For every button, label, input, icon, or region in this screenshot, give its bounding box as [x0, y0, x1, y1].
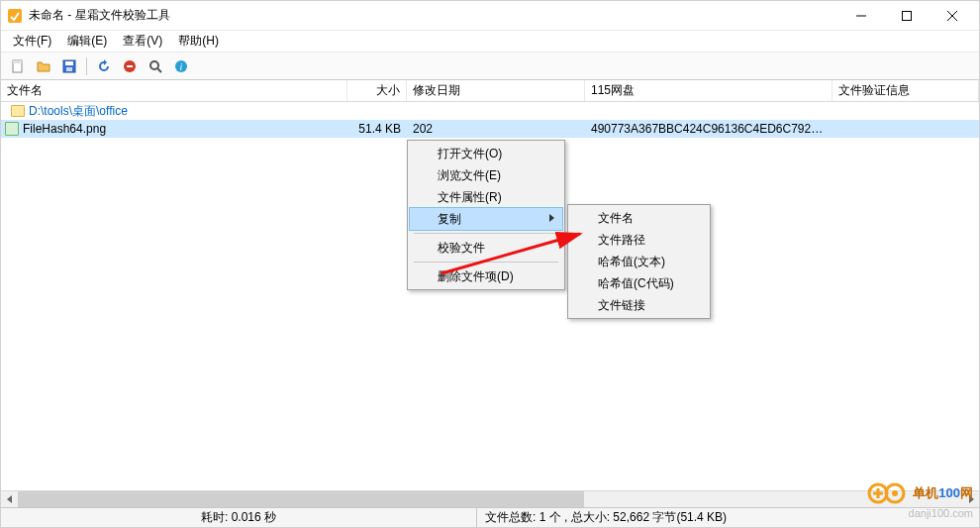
file-115-cell: 490773A367BBC424C96136C4ED6C792D23|...: [585, 122, 833, 136]
sub-file-link[interactable]: 文件链接: [570, 294, 708, 316]
ctx-open-file[interactable]: 打开文件(O): [410, 143, 562, 164]
status-count: 文件总数: 1 个 , 总大小: 52,662 字节(51.4 KB): [477, 508, 979, 527]
column-header-date[interactable]: 修改日期: [407, 80, 585, 101]
watermark-brand-b: 100: [938, 485, 960, 500]
sub-hash-code[interactable]: 哈希值(C代码): [570, 272, 708, 294]
close-button[interactable]: [930, 1, 975, 31]
menu-help[interactable]: 帮助(H): [170, 31, 227, 52]
menu-edit[interactable]: 编辑(E): [59, 31, 115, 52]
minimize-button[interactable]: [838, 1, 884, 31]
svg-rect-9: [66, 67, 72, 71]
ctx-copy-label: 复制: [438, 211, 461, 228]
file-name-cell: FileHash64.png: [1, 122, 347, 136]
scroll-left-button[interactable]: [1, 491, 18, 508]
ctx-delete-item[interactable]: 删除文件项(D): [410, 265, 562, 287]
svg-point-19: [892, 490, 898, 496]
sub-file-name[interactable]: 文件名: [570, 207, 708, 229]
ctx-separator: [414, 233, 558, 234]
info-icon[interactable]: i: [170, 55, 192, 77]
column-header-row: 文件名 大小 修改日期 115网盘 文件验证信息: [1, 80, 979, 102]
window-buttons: [838, 1, 975, 31]
svg-rect-2: [903, 11, 912, 20]
sub-file-path[interactable]: 文件路径: [570, 229, 708, 251]
group-row[interactable]: D:\tools\桌面\office: [1, 102, 979, 120]
toolbar-separator: [86, 57, 87, 75]
scroll-track[interactable]: [18, 491, 962, 508]
ctx-separator: [414, 262, 558, 263]
status-bar: 耗时: 0.016 秒 文件总数: 1 个 , 总大小: 52,662 字节(5…: [1, 507, 979, 527]
svg-line-13: [157, 68, 161, 72]
svg-rect-6: [13, 60, 22, 63]
menu-file[interactable]: 文件(F): [5, 31, 59, 52]
column-header-verify[interactable]: 文件验证信息: [833, 80, 979, 101]
stop-icon[interactable]: [119, 55, 141, 77]
watermark-logo-icon: [867, 481, 907, 505]
toolbar: i: [1, 53, 979, 80]
folder-icon: [11, 105, 25, 117]
file-name: FileHash64.png: [23, 122, 106, 136]
refresh-icon[interactable]: [93, 55, 115, 77]
group-path: D:\tools\桌面\office: [29, 103, 128, 120]
column-header-filename[interactable]: 文件名: [1, 80, 347, 101]
group-path-cell: D:\tools\桌面\office: [1, 103, 347, 120]
context-submenu: 文件名 文件路径 哈希值(文本) 哈希值(C代码) 文件链接: [567, 204, 711, 319]
column-header-size[interactable]: 大小: [347, 80, 407, 101]
ctx-file-props[interactable]: 文件属性(R): [410, 186, 562, 208]
svg-point-12: [150, 61, 158, 69]
svg-rect-0: [8, 9, 22, 23]
search-icon[interactable]: [145, 55, 166, 77]
ctx-copy[interactable]: 复制: [410, 208, 562, 230]
svg-rect-8: [65, 61, 73, 65]
menu-view[interactable]: 查看(V): [115, 31, 170, 52]
watermark-brand-a: 单机: [913, 485, 938, 500]
open-icon[interactable]: [33, 55, 54, 77]
watermark: 单机100网 danji100.com: [867, 481, 973, 505]
submenu-arrow-icon: [549, 214, 554, 222]
app-icon: [5, 8, 25, 24]
file-icon: [5, 122, 19, 136]
maximize-button[interactable]: [884, 1, 930, 31]
window-title: 未命名 - 星霜文件校验工具: [29, 7, 838, 24]
file-date-cell: 202: [407, 122, 585, 136]
new-file-icon[interactable]: [7, 55, 29, 77]
svg-text:i: i: [180, 61, 183, 72]
file-size-cell: 51.4 KB: [347, 122, 407, 136]
title-bar: 未命名 - 星霜文件校验工具: [1, 1, 979, 31]
save-icon[interactable]: [58, 55, 80, 77]
sub-hash-text[interactable]: 哈希值(文本): [570, 251, 708, 272]
status-time: 耗时: 0.016 秒: [1, 508, 476, 527]
watermark-url: danji100.com: [909, 507, 973, 519]
horizontal-scrollbar[interactable]: [1, 490, 979, 507]
menu-bar: 文件(F) 编辑(E) 查看(V) 帮助(H): [1, 31, 979, 53]
ctx-browse-file[interactable]: 浏览文件(E): [410, 164, 562, 186]
scroll-thumb[interactable]: [18, 491, 584, 508]
file-row[interactable]: FileHash64.png 51.4 KB 202 490773A367BBC…: [1, 120, 979, 138]
context-menu: 打开文件(O) 浏览文件(E) 文件属性(R) 复制 校验文件 删除文件项(D): [407, 140, 565, 290]
watermark-brand-c: 网: [960, 485, 973, 500]
ctx-verify-file[interactable]: 校验文件: [410, 237, 562, 259]
watermark-brand-text: 单机100网: [913, 484, 973, 502]
column-header-115[interactable]: 115网盘: [585, 80, 833, 101]
